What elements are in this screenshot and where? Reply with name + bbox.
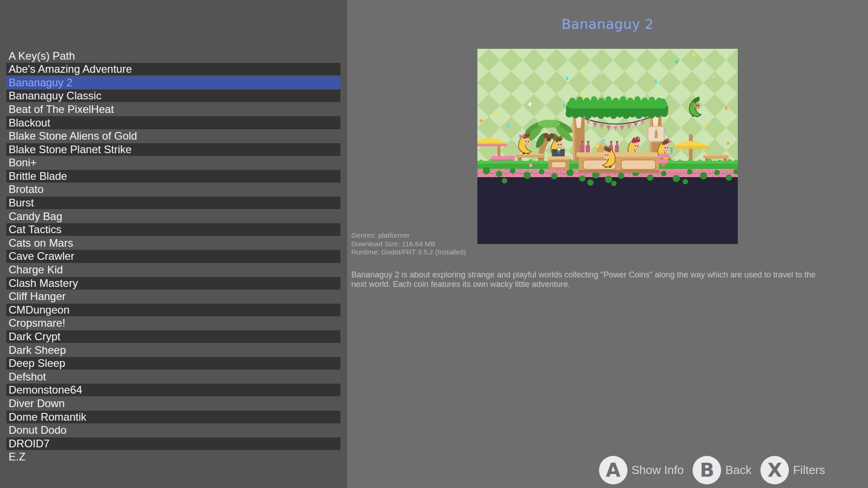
game-list-item[interactable]: Dark Sheep <box>6 344 340 357</box>
game-list-item[interactable]: Abe's Amazing Adventure <box>6 63 340 75</box>
game-title-label: Clash Mastery <box>9 277 78 290</box>
game-list-item[interactable]: Bananaguy 2 <box>6 76 340 89</box>
game-title-label: DROID7 <box>9 437 50 450</box>
game-title-label: Brotato <box>9 183 43 196</box>
game-list-item[interactable]: Brotato <box>6 183 340 196</box>
game-title-label: Diver Down <box>9 397 65 410</box>
game-list-item[interactable]: A Key(s) Path <box>6 50 340 62</box>
meta-genres: Genres: platformer <box>351 231 466 240</box>
game-list-item[interactable]: Bananaguy Classic <box>6 89 340 102</box>
game-title-label: CMDungeon <box>9 304 70 316</box>
game-list-item[interactable]: Cat Tactics <box>6 223 340 236</box>
game-title-label: Blake Stone Aliens of Gold <box>9 130 137 142</box>
game-title-label: Boni+ <box>9 156 37 169</box>
game-list-item[interactable]: Cave Crawler <box>6 250 340 263</box>
hint-filters: XFilters <box>760 456 825 484</box>
game-list-item[interactable]: Deep Sleep <box>6 357 340 370</box>
game-list-item[interactable]: Clash Mastery <box>6 277 340 290</box>
game-list-item[interactable]: Blake Stone Planet Strike <box>6 143 340 156</box>
meta-download-size: Download Size: 116.64 MB <box>351 240 466 249</box>
game-title-label: Cat Tactics <box>9 223 61 236</box>
game-list-item[interactable]: Cliff Hanger <box>6 290 340 303</box>
game-list-item[interactable]: DROID7 <box>6 437 340 450</box>
gamepad-button-a-icon[interactable]: A <box>599 456 627 484</box>
page-title: Bananaguy 2 <box>347 16 868 32</box>
app-window: { "colors": { "left-bg": "#545454", "rig… <box>0 0 868 488</box>
game-title-label: Candy Bag <box>9 210 62 223</box>
banana-girl-on-bench <box>519 132 531 154</box>
game-list-item[interactable]: Blackout <box>6 116 340 129</box>
game-list-item[interactable]: Brittle Blade <box>6 170 340 183</box>
gamepad-button-b-icon[interactable]: B <box>693 456 721 484</box>
menu-sign <box>648 127 664 141</box>
game-title-label: Dark Crypt <box>9 330 61 343</box>
game-list-item[interactable]: Beat of The PixelHeat <box>6 103 340 116</box>
game-title-label: Abe's Amazing Adventure <box>9 63 132 75</box>
game-list-item[interactable]: Donut Dodo <box>6 424 340 436</box>
detail-panel: Bananaguy 2 <box>347 0 868 488</box>
gamepad-button-x-icon[interactable]: X <box>760 456 789 484</box>
game-title-label: Defshot <box>9 371 46 383</box>
hint-label: Show Info <box>632 463 684 477</box>
game-screenshot <box>477 49 738 244</box>
game-description: Bananaguy 2 is about exploring strange a… <box>351 270 824 289</box>
game-title-label: Bananaguy 2 <box>9 76 72 89</box>
bar-counter <box>576 152 661 173</box>
game-list-item[interactable]: Defshot <box>6 371 340 383</box>
game-list-item[interactable]: Candy Bag <box>6 210 340 223</box>
game-list-item[interactable]: CMDungeon <box>6 304 340 316</box>
game-title-label: Blackout <box>9 117 50 129</box>
game-title-label: Donut Dodo <box>9 424 66 436</box>
game-list-item[interactable]: Burst <box>6 197 340 209</box>
game-title-label: E.Z <box>9 450 25 463</box>
game-title-label: Dark Sheep <box>9 344 66 357</box>
game-list-item[interactable]: Dark Crypt <box>6 330 340 343</box>
game-list-item[interactable]: Cats on Mars <box>6 237 340 249</box>
game-title-label: Beat of The PixelHeat <box>9 103 114 116</box>
game-title-label: Burst <box>9 197 34 209</box>
game-title-label: Charge Kid <box>9 263 63 276</box>
game-title-label: Bananaguy Classic <box>9 89 101 102</box>
hint-label: Filters <box>793 463 825 477</box>
game-list-item[interactable]: Charge Kid <box>6 263 340 276</box>
game-meta: Genres: platformer Download Size: 116.64… <box>351 231 466 257</box>
game-title-label: Blake Stone Planet Strike <box>9 143 132 156</box>
game-title-label: Cropsmare! <box>9 317 65 329</box>
game-title-label: Deep Sleep <box>9 357 65 370</box>
game-title-label: Cliff Hanger <box>9 290 66 303</box>
game-title-label: Cave Crawler <box>9 250 74 263</box>
game-title-label: Brittle Blade <box>9 170 67 183</box>
game-title-label: Dome Romantik <box>9 411 86 423</box>
game-list-item[interactable]: Demonstone64 <box>6 384 340 396</box>
hint-show-info: AShow Info <box>599 456 684 484</box>
game-title-label: Demonstone64 <box>9 384 82 396</box>
game-list-item[interactable]: Blake Stone Aliens of Gold <box>6 130 340 142</box>
meta-runtime: Runtime: Godot/FRT 3.5.2 (Installed) <box>351 248 466 257</box>
game-list-item[interactable]: Boni+ <box>6 156 340 169</box>
game-list-item[interactable]: Dome Romantik <box>6 411 340 423</box>
game-list-item[interactable]: Diver Down <box>6 397 340 410</box>
hint-bar: AShow InfoBBackXFilters <box>599 456 825 484</box>
game-list-panel: A Key(s) PathAbe's Amazing AdventureBana… <box>0 0 347 488</box>
game-title-label: A Key(s) Path <box>9 50 75 62</box>
hint-label: Back <box>725 463 751 477</box>
game-list-item[interactable]: E.Z <box>6 450 340 463</box>
game-list: A Key(s) PathAbe's Amazing AdventureBana… <box>6 49 340 464</box>
game-title-label: Cats on Mars <box>9 237 73 249</box>
game-list-item[interactable]: Cropsmare! <box>6 317 340 329</box>
hint-back: BBack <box>693 456 751 484</box>
